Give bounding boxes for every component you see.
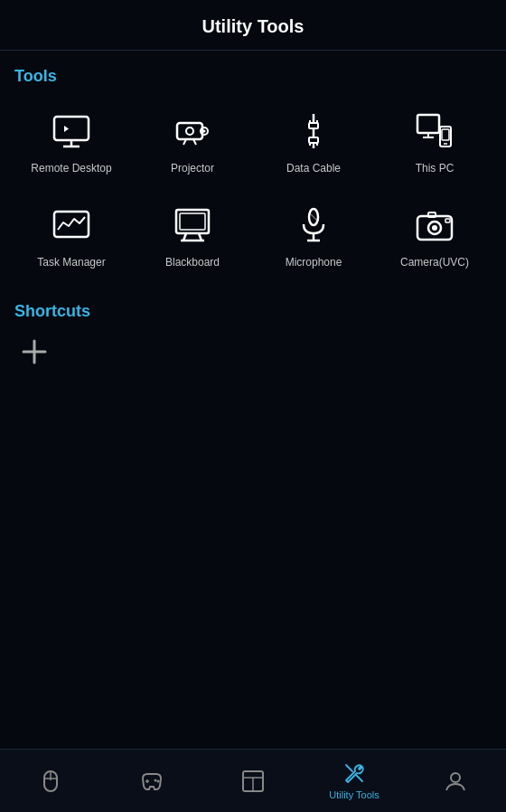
page-header: Utility Tools bbox=[0, 0, 506, 51]
svg-rect-25 bbox=[442, 129, 449, 140]
svg-rect-40 bbox=[445, 219, 450, 222]
svg-rect-15 bbox=[309, 137, 318, 143]
camera-uvc-icon bbox=[411, 202, 458, 249]
tools-section: Tools Remote Desktop bbox=[14, 67, 492, 277]
blackboard-icon bbox=[169, 202, 216, 249]
tools-section-title: Tools bbox=[14, 67, 492, 86]
add-shortcut-button[interactable] bbox=[14, 332, 54, 372]
svg-rect-31 bbox=[180, 213, 205, 230]
this-pc-label: This PC bbox=[416, 162, 454, 176]
tool-remote-desktop[interactable]: Remote Desktop bbox=[14, 100, 128, 184]
projector-label: Projector bbox=[171, 162, 214, 176]
tool-data-cable[interactable]: Data Cable bbox=[257, 100, 370, 184]
data-cable-label: Data Cable bbox=[286, 162, 341, 176]
nav-item-mouse[interactable] bbox=[0, 764, 101, 798]
svg-point-6 bbox=[186, 127, 193, 135]
svg-point-5 bbox=[203, 130, 206, 133]
nav-utility-tools-label: Utility Tools bbox=[329, 789, 379, 800]
nav-item-gamepad[interactable] bbox=[101, 764, 202, 798]
svg-rect-20 bbox=[417, 115, 439, 133]
tool-microphone[interactable]: Microphone bbox=[257, 194, 370, 278]
projector-icon bbox=[169, 108, 216, 155]
svg-rect-39 bbox=[428, 212, 436, 217]
nav-item-profile[interactable] bbox=[405, 764, 506, 798]
microphone-icon bbox=[290, 202, 337, 249]
task-manager-label: Task Manager bbox=[37, 256, 105, 270]
bottom-nav: Utility Tools bbox=[0, 749, 506, 812]
shortcuts-section: Shortcuts bbox=[14, 302, 492, 372]
remote-desktop-icon bbox=[48, 108, 95, 155]
svg-point-38 bbox=[432, 225, 437, 231]
task-manager-icon bbox=[48, 202, 95, 249]
svg-point-48 bbox=[155, 779, 157, 781]
data-cable-icon bbox=[290, 108, 337, 155]
tool-blackboard[interactable]: Blackboard bbox=[136, 194, 249, 278]
nav-item-utility-tools[interactable]: Utility Tools bbox=[304, 757, 405, 806]
svg-rect-26 bbox=[54, 212, 89, 237]
svg-rect-0 bbox=[54, 117, 89, 140]
tool-this-pc[interactable]: This PC bbox=[378, 100, 492, 184]
tool-camera-uvc[interactable]: Camera(UVC) bbox=[378, 194, 492, 278]
svg-line-35 bbox=[310, 213, 317, 221]
microphone-label: Microphone bbox=[286, 256, 342, 270]
camera-uvc-label: Camera(UVC) bbox=[400, 256, 469, 270]
main-content: Tools Remote Desktop bbox=[0, 51, 506, 749]
tool-task-manager[interactable]: Task Manager bbox=[14, 194, 128, 278]
svg-rect-10 bbox=[309, 123, 318, 128]
tool-projector[interactable]: Projector bbox=[136, 100, 249, 184]
tools-grid: Remote Desktop Projector bbox=[14, 100, 492, 277]
remote-desktop-label: Remote Desktop bbox=[31, 162, 111, 176]
shortcuts-section-title: Shortcuts bbox=[14, 302, 492, 321]
page-title: Utility Tools bbox=[202, 16, 305, 36]
svg-point-53 bbox=[451, 773, 460, 782]
blackboard-label: Blackboard bbox=[165, 256, 220, 270]
svg-point-49 bbox=[157, 779, 160, 782]
nav-item-layout[interactable] bbox=[202, 764, 304, 798]
this-pc-icon bbox=[411, 108, 458, 155]
svg-rect-3 bbox=[177, 123, 202, 139]
